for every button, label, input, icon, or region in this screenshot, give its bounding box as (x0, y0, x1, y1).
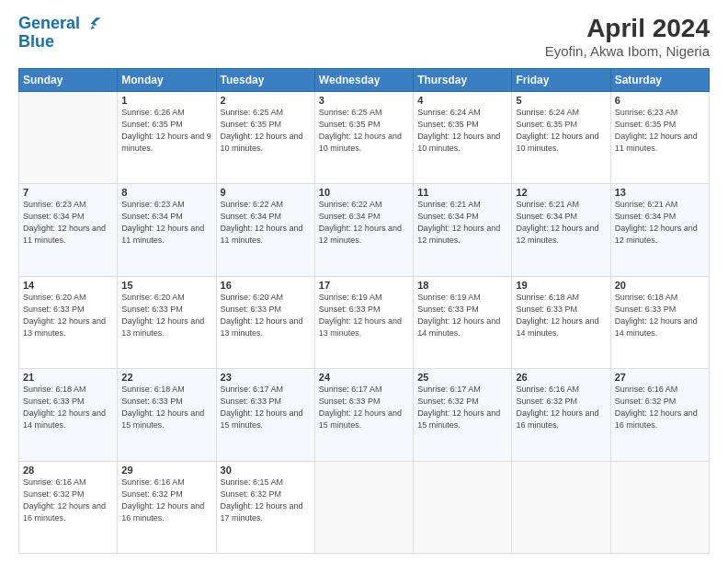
day-info: Sunrise: 6:21 AMSunset: 6:34 PMDaylight:… (417, 199, 507, 247)
calendar-subtitle: Eyofin, Akwa Ibom, Nigeria (545, 43, 710, 59)
calendar-cell: 2Sunrise: 6:25 AMSunset: 6:35 PMDaylight… (216, 91, 314, 183)
day-info: Sunrise: 6:22 AMSunset: 6:34 PMDaylight:… (221, 199, 311, 247)
day-info: Sunrise: 6:15 AMSunset: 6:32 PMDaylight:… (221, 477, 311, 524)
calendar-cell: 23Sunrise: 6:17 AMSunset: 6:33 PMDayligh… (216, 369, 314, 461)
calendar-cell: 20Sunrise: 6:18 AMSunset: 6:33 PMDayligh… (610, 276, 709, 368)
calendar-week-row: 1Sunrise: 6:26 AMSunset: 6:35 PMDaylight… (19, 91, 710, 183)
day-header-saturday: Saturday (610, 68, 709, 91)
day-number: 2 (221, 95, 311, 106)
day-number: 4 (417, 95, 507, 106)
day-header-monday: Monday (118, 68, 216, 91)
day-info: Sunrise: 6:20 AMSunset: 6:33 PMDaylight:… (121, 292, 211, 339)
day-header-friday: Friday (512, 68, 610, 91)
calendar-cell: 7Sunrise: 6:23 AMSunset: 6:34 PMDaylight… (19, 184, 118, 276)
day-number: 15 (121, 280, 211, 291)
day-header-tuesday: Tuesday (216, 68, 314, 91)
day-info: Sunrise: 6:23 AMSunset: 6:34 PMDaylight:… (23, 199, 113, 247)
day-number: 26 (516, 372, 606, 383)
calendar-cell: 17Sunrise: 6:19 AMSunset: 6:33 PMDayligh… (314, 276, 413, 368)
day-number: 19 (516, 280, 606, 291)
day-info: Sunrise: 6:21 AMSunset: 6:34 PMDaylight:… (615, 199, 705, 247)
calendar-cell (610, 461, 709, 553)
calendar-cell: 6Sunrise: 6:23 AMSunset: 6:35 PMDaylight… (610, 91, 709, 183)
day-number: 10 (319, 187, 409, 198)
day-info: Sunrise: 6:16 AMSunset: 6:32 PMDaylight:… (23, 477, 113, 524)
calendar-cell: 16Sunrise: 6:20 AMSunset: 6:33 PMDayligh… (216, 276, 314, 368)
calendar-cell: 3Sunrise: 6:25 AMSunset: 6:35 PMDaylight… (314, 91, 413, 183)
calendar-cell: 19Sunrise: 6:18 AMSunset: 6:33 PMDayligh… (512, 276, 610, 368)
calendar-cell (19, 91, 118, 183)
day-number: 16 (221, 280, 311, 291)
day-info: Sunrise: 6:19 AMSunset: 6:33 PMDaylight:… (417, 292, 507, 339)
calendar-cell: 14Sunrise: 6:20 AMSunset: 6:33 PMDayligh… (19, 276, 118, 368)
day-number: 27 (615, 372, 705, 383)
logo-line2: Blue (18, 33, 103, 52)
day-info: Sunrise: 6:23 AMSunset: 6:35 PMDaylight:… (615, 107, 705, 155)
day-header-thursday: Thursday (414, 68, 512, 91)
header: General Blue April 2024 Eyofin, Akwa Ibo… (18, 15, 710, 59)
calendar-cell: 27Sunrise: 6:16 AMSunset: 6:32 PMDayligh… (610, 369, 709, 461)
day-number: 6 (615, 95, 705, 106)
calendar-cell: 29Sunrise: 6:16 AMSunset: 6:32 PMDayligh… (118, 461, 216, 553)
page: General Blue April 2024 Eyofin, Akwa Ibo… (0, 0, 728, 563)
day-number: 17 (319, 280, 409, 291)
calendar-cell: 12Sunrise: 6:21 AMSunset: 6:34 PMDayligh… (512, 184, 610, 276)
calendar-cell: 21Sunrise: 6:18 AMSunset: 6:33 PMDayligh… (19, 369, 118, 461)
calendar-cell: 1Sunrise: 6:26 AMSunset: 6:35 PMDaylight… (118, 91, 216, 183)
title-block: April 2024 Eyofin, Akwa Ibom, Nigeria (545, 15, 710, 59)
calendar-cell: 28Sunrise: 6:16 AMSunset: 6:32 PMDayligh… (19, 461, 118, 553)
calendar-cell: 4Sunrise: 6:24 AMSunset: 6:35 PMDaylight… (414, 91, 512, 183)
day-info: Sunrise: 6:21 AMSunset: 6:34 PMDaylight:… (516, 199, 606, 247)
day-info: Sunrise: 6:25 AMSunset: 6:35 PMDaylight:… (221, 107, 311, 155)
day-info: Sunrise: 6:16 AMSunset: 6:32 PMDaylight:… (516, 384, 606, 431)
day-number: 13 (615, 187, 705, 198)
calendar-title: April 2024 (545, 15, 710, 43)
calendar-cell: 26Sunrise: 6:16 AMSunset: 6:32 PMDayligh… (512, 369, 610, 461)
day-number: 11 (417, 187, 507, 198)
day-info: Sunrise: 6:26 AMSunset: 6:35 PMDaylight:… (121, 107, 211, 155)
day-info: Sunrise: 6:17 AMSunset: 6:32 PMDaylight:… (417, 384, 507, 431)
calendar-week-row: 7Sunrise: 6:23 AMSunset: 6:34 PMDaylight… (19, 184, 710, 276)
day-number: 25 (417, 372, 507, 383)
calendar-cell: 8Sunrise: 6:23 AMSunset: 6:34 PMDaylight… (118, 184, 216, 276)
day-info: Sunrise: 6:18 AMSunset: 6:33 PMDaylight:… (615, 292, 705, 339)
logo-bird-icon (86, 16, 103, 32)
day-number: 9 (221, 187, 311, 198)
day-info: Sunrise: 6:22 AMSunset: 6:34 PMDaylight:… (319, 199, 409, 247)
calendar-cell (414, 461, 512, 553)
day-number: 24 (319, 372, 409, 383)
day-number: 14 (23, 280, 113, 291)
day-info: Sunrise: 6:17 AMSunset: 6:33 PMDaylight:… (319, 384, 409, 431)
calendar-cell: 18Sunrise: 6:19 AMSunset: 6:33 PMDayligh… (414, 276, 512, 368)
day-number: 12 (516, 187, 606, 198)
day-number: 7 (23, 187, 113, 198)
day-number: 30 (221, 465, 311, 476)
day-info: Sunrise: 6:19 AMSunset: 6:33 PMDaylight:… (319, 292, 409, 339)
calendar-cell: 11Sunrise: 6:21 AMSunset: 6:34 PMDayligh… (414, 184, 512, 276)
day-number: 21 (23, 372, 113, 383)
calendar-week-row: 28Sunrise: 6:16 AMSunset: 6:32 PMDayligh… (19, 461, 710, 553)
day-number: 23 (221, 372, 311, 383)
logo: General Blue (18, 15, 103, 52)
calendar-header-row: SundayMondayTuesdayWednesdayThursdayFrid… (19, 68, 710, 91)
day-info: Sunrise: 6:23 AMSunset: 6:34 PMDaylight:… (121, 199, 211, 247)
day-number: 5 (516, 95, 606, 106)
calendar-cell: 25Sunrise: 6:17 AMSunset: 6:32 PMDayligh… (414, 369, 512, 461)
logo-general: General (18, 14, 80, 32)
calendar-cell: 5Sunrise: 6:24 AMSunset: 6:35 PMDaylight… (512, 91, 610, 183)
day-info: Sunrise: 6:25 AMSunset: 6:35 PMDaylight:… (319, 107, 409, 155)
day-info: Sunrise: 6:18 AMSunset: 6:33 PMDaylight:… (23, 384, 113, 431)
day-info: Sunrise: 6:16 AMSunset: 6:32 PMDaylight:… (615, 384, 705, 431)
day-info: Sunrise: 6:20 AMSunset: 6:33 PMDaylight:… (221, 292, 311, 339)
day-info: Sunrise: 6:24 AMSunset: 6:35 PMDaylight:… (516, 107, 606, 155)
calendar-table: SundayMondayTuesdayWednesdayThursdayFrid… (18, 68, 710, 554)
day-number: 20 (615, 280, 705, 291)
day-number: 3 (319, 95, 409, 106)
day-header-sunday: Sunday (19, 68, 118, 91)
day-number: 29 (121, 465, 211, 476)
calendar-cell: 15Sunrise: 6:20 AMSunset: 6:33 PMDayligh… (118, 276, 216, 368)
calendar-week-row: 21Sunrise: 6:18 AMSunset: 6:33 PMDayligh… (19, 369, 710, 461)
day-number: 8 (121, 187, 211, 198)
day-number: 28 (23, 465, 113, 476)
calendar-cell: 9Sunrise: 6:22 AMSunset: 6:34 PMDaylight… (216, 184, 314, 276)
